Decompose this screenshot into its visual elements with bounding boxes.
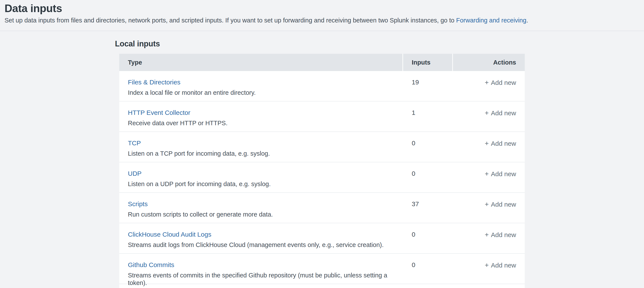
inputs-count-cell: 1 [403,102,452,131]
add-new-label: Add new [491,170,516,178]
inputs-count: 0 [412,139,416,147]
page-header: Data inputs Set up data inputs from file… [0,0,644,31]
type-cell: TCP Listen on a TCP port for incoming da… [119,132,402,162]
plus-icon: + [485,139,489,147]
type-cell: Github Commits Streams events of commits… [119,254,402,284]
input-type-link[interactable]: Files & Directories [128,78,180,86]
table-row: ClickHouse Cloud Audit Logs Streams audi… [119,223,525,254]
add-new-label: Add new [491,201,516,208]
actions-cell: +Add new [453,132,525,162]
inputs-count: 0 [412,261,416,268]
add-new-label: Add new [491,109,516,117]
input-type-description: Receive data over HTTP or HTTPS. [128,119,394,127]
add-new-button[interactable]: +Add new [485,230,516,239]
page-subtitle-period: . [526,17,528,24]
add-new-label: Add new [491,79,516,87]
plus-icon: + [485,78,489,87]
plus-icon: + [485,109,489,117]
input-type-link[interactable]: HTTP Event Collector [128,109,190,117]
input-type-description: Listen on a UDP port for incoming data, … [128,180,394,188]
add-new-button[interactable]: +Add new [485,109,516,117]
actions-cell: +Add new [453,71,525,101]
input-type-link[interactable]: Scripts [128,200,148,208]
inputs-count-cell: 0 [403,254,452,284]
actions-cell: +Add new [453,193,525,223]
input-type-description: Run custom scripts to collect or generat… [128,211,394,218]
column-header-inputs: Inputs [403,54,452,71]
forwarding-and-receiving-link[interactable]: Forwarding and receiving [456,17,526,24]
table-row: UDP Listen on a UDP port for incoming da… [119,162,525,193]
add-new-button[interactable]: +Add new [485,200,516,208]
actions-cell: +Add new [453,102,525,131]
input-type-description: Streams audit logs from ClickHouse Cloud… [128,241,394,249]
inputs-count: 1 [412,109,416,116]
inputs-count-cell: 0 [403,223,452,253]
table-row: Files & Directories Index a local file o… [119,71,525,102]
add-new-button[interactable]: +Add new [485,261,516,269]
inputs-count: 19 [412,79,419,86]
table-row: HTTP Event Collector Receive data over H… [119,102,525,132]
plus-icon: + [485,261,489,269]
table-row: Github Commits Streams events of commits… [119,254,525,284]
type-cell: Scripts Run custom scripts to collect or… [119,193,402,223]
type-cell: Files & Directories Index a local file o… [119,71,402,101]
actions-cell: +Add new [453,254,525,284]
input-type-link[interactable]: ClickHouse Cloud Audit Logs [128,230,211,238]
actions-cell: +Add new [453,223,525,253]
add-new-label: Add new [491,140,516,147]
table-row: TCP Listen on a TCP port for incoming da… [119,132,525,162]
type-cell: UDP Listen on a UDP port for incoming da… [119,162,402,192]
type-cell: ClickHouse Cloud Audit Logs Streams audi… [119,223,402,253]
table-row: Scripts Run custom scripts to collect or… [119,193,525,223]
add-new-button[interactable]: +Add new [485,170,516,178]
content-area: Local inputs Type Inputs Actions Files &… [0,31,644,288]
table-body: Files & Directories Index a local file o… [119,71,525,284]
input-type-description: Index a local file or monitor an entire … [128,89,394,97]
input-type-link[interactable]: UDP [128,170,142,177]
input-type-description: Listen on a TCP port for incoming data, … [128,150,394,157]
add-new-button[interactable]: +Add new [485,78,516,87]
inputs-count: 0 [412,231,416,238]
data-inputs-table: Type Inputs Actions Files & Directories … [119,54,525,288]
inputs-count-cell: 0 [403,162,452,192]
add-new-label: Add new [491,231,516,239]
plus-icon: + [485,170,489,178]
section-title-local-inputs: Local inputs [115,39,644,48]
add-new-label: Add new [491,261,516,269]
plus-icon: + [485,200,489,208]
page-subtitle-text: Set up data inputs from files and direct… [4,17,456,24]
type-cell: HTTP Event Collector Receive data over H… [119,102,402,131]
inputs-count-cell: 19 [403,71,452,101]
inputs-count-cell: 37 [403,193,452,223]
column-header-type: Type [119,54,402,71]
page-title: Data inputs [4,2,639,15]
actions-cell: +Add new [453,162,525,192]
inputs-count-cell: 0 [403,132,452,162]
plus-icon: + [485,230,489,239]
column-header-actions: Actions [453,54,525,71]
input-type-link[interactable]: TCP [128,139,141,147]
inputs-count: 37 [412,200,419,207]
page-subtitle: Set up data inputs from files and direct… [4,17,639,24]
input-type-link[interactable]: Github Commits [128,261,174,269]
add-new-button[interactable]: +Add new [485,139,516,147]
inputs-count: 0 [412,170,416,177]
input-type-description: Streams events of commits in the specifi… [128,271,394,287]
table-header-row: Type Inputs Actions [119,54,525,71]
